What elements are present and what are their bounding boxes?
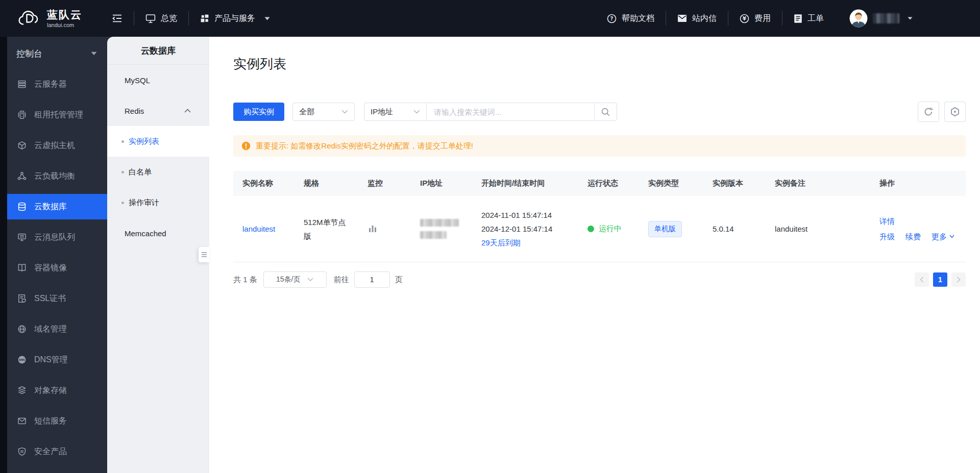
monitoring-chart-icon[interactable] [368, 223, 378, 233]
envelope-icon [677, 14, 687, 22]
page-size-select[interactable]: 15条/页 [263, 271, 327, 288]
nav-messages[interactable]: 站内信 [677, 13, 717, 24]
chevron-down-icon [307, 278, 313, 282]
nav-help-docs[interactable]: ? 帮助文档 [607, 13, 654, 24]
secondary-sidebar: 云数据库 MySQL Redis 实例列表 白名单 操作审计 [107, 37, 209, 473]
search-button[interactable] [594, 103, 617, 120]
sidebar-item-label: 对象存储 [34, 385, 67, 396]
refresh-button[interactable] [918, 102, 939, 122]
search-group: IP地址 [364, 103, 617, 121]
instance-time: 2024-11-01 15:47:14 2024-12-01 15:47:14 … [481, 208, 587, 250]
goto-page-input[interactable] [354, 271, 390, 288]
primary-sidebar-inner: 控制台 云服务器 [7, 37, 107, 473]
nav-tickets[interactable]: 工单 [794, 13, 824, 24]
submenu-item-audit[interactable]: 操作审计 [107, 187, 209, 218]
chevron-down-icon [413, 110, 420, 114]
sidebar-item-sms-service[interactable]: 短信服务 [7, 408, 107, 434]
submenu-collapse-handle[interactable] [199, 247, 209, 262]
sidebar-item-label: SSL证书 [34, 293, 66, 304]
sidebar-item-dns-management[interactable]: DNS DNS管理 [7, 347, 107, 372]
prev-page-button[interactable] [915, 272, 929, 287]
status-filter-value: 全部 [299, 107, 314, 117]
submenu-group-redis[interactable]: Redis [107, 95, 209, 126]
next-page-button[interactable] [951, 272, 966, 287]
brand-logo[interactable]: 蓝队云 landui.com [17, 9, 82, 28]
sidebar-item-ssl-certificate[interactable]: SSL证书 [7, 286, 107, 311]
topbar: 蓝队云 landui.com 总览 [0, 0, 980, 37]
total-count: 共 1 条 [233, 275, 257, 285]
sidebar-item-cloud-server[interactable]: 云服务器 [7, 71, 107, 97]
nav-products-label: 产品与服务 [214, 13, 255, 24]
chevron-down-icon [341, 110, 348, 114]
question-circle-icon: ? [607, 14, 617, 23]
action-upgrade[interactable]: 升级 [879, 229, 895, 244]
sidebar-item-label: 云消息队列 [34, 232, 75, 243]
submenu-item-instance-list[interactable]: 实例列表 [107, 126, 209, 157]
instance-name-link[interactable]: landuitest [242, 225, 275, 233]
message-queue-icon [17, 233, 27, 242]
globe-icon [17, 325, 27, 334]
brand-text: 蓝队云 landui.com [47, 9, 82, 28]
sidebar-item-label: 安全产品 [34, 446, 67, 457]
warning-icon [241, 141, 251, 151]
nav-messages-label: 站内信 [692, 13, 717, 24]
status-filter-select[interactable]: 全部 [292, 103, 355, 121]
status-cell: 运行中 [587, 224, 643, 234]
avatar [849, 9, 868, 28]
search-input[interactable] [427, 103, 594, 120]
server-icon [17, 80, 27, 89]
sidebar-item-domain-management[interactable]: 域名管理 [7, 316, 107, 342]
topbar-divider [782, 11, 782, 26]
container-image-icon [17, 263, 27, 272]
collapse-sidebar-icon[interactable] [112, 14, 122, 22]
ssl-certificate-icon [17, 294, 27, 303]
monitor-icon [145, 14, 156, 23]
submenu-group-label: MySQL [125, 76, 150, 85]
bullet-dot [121, 140, 124, 143]
sidebar-item-security-products[interactable]: 安全产品 [7, 439, 107, 464]
masked-ip-line [420, 231, 447, 239]
nav-products-services[interactable]: 产品与服务 [200, 13, 270, 24]
ticket-document-icon [794, 14, 802, 23]
nav-tickets-label: 工单 [807, 13, 824, 24]
table-row: landuitest 512M单节点版 [233, 196, 966, 262]
nav-overview[interactable]: 总览 [145, 13, 177, 24]
sidebar-item-label: 云负载均衡 [34, 171, 75, 182]
action-more[interactable]: 更多 [932, 229, 954, 244]
toolbar: 购买实例 全部 IP地址 [233, 102, 966, 122]
action-renew[interactable]: 续费 [905, 229, 921, 244]
chevron-down-icon [91, 52, 97, 56]
submenu-group-mysql[interactable]: MySQL [107, 65, 209, 95]
column-header: 开始时间/结束时间 [481, 179, 587, 188]
load-balancer-icon [17, 171, 27, 181]
submenu-item-label: 实例列表 [129, 137, 159, 146]
search-icon [601, 107, 610, 117]
sidebar-item-container-image[interactable]: 容器镜像 [7, 255, 107, 281]
sidebar-item-message-queue[interactable]: 云消息队列 [7, 225, 107, 250]
nav-billing-label: 费用 [754, 13, 771, 24]
sidebar-item-hosting[interactable]: 租用托管管理 [7, 102, 107, 128]
expire-link[interactable]: 29天后到期 [481, 236, 582, 250]
status-label: 运行中 [599, 224, 622, 234]
console-switcher[interactable]: 控制台 [7, 41, 107, 66]
sidebar-item-object-storage[interactable]: 对象存储 [7, 378, 107, 403]
hamburger-icon [201, 252, 207, 257]
sidebar-item-label: 域名管理 [34, 324, 67, 335]
page-1-button[interactable]: 1 [933, 272, 947, 287]
topbar-right: ? 帮助文档 站内信 [607, 9, 913, 28]
nav-billing[interactable]: ¥ 费用 [740, 13, 771, 24]
search-field-select[interactable]: IP地址 [364, 103, 427, 120]
action-detail[interactable]: 详情 [879, 217, 895, 226]
submenu-group-memcached[interactable]: Memcached [107, 218, 209, 248]
sidebar-item-vm-hosting[interactable]: 云虚拟主机 [7, 133, 107, 158]
page-size-value: 15条/页 [276, 275, 300, 284]
buy-instance-button[interactable]: 购买实例 [233, 103, 284, 121]
settings-button[interactable] [944, 102, 966, 122]
sidebar-item-load-balancer[interactable]: 云负载均衡 [7, 163, 107, 189]
submenu-item-whitelist[interactable]: 白名单 [107, 157, 209, 187]
user-menu[interactable] [849, 9, 913, 28]
instance-version: 5.0.14 [713, 225, 775, 233]
sidebar-item-label: 容器镜像 [34, 263, 67, 273]
sidebar-item-cloud-database[interactable]: 云数据库 [7, 194, 107, 219]
topbar-divider [188, 11, 189, 26]
